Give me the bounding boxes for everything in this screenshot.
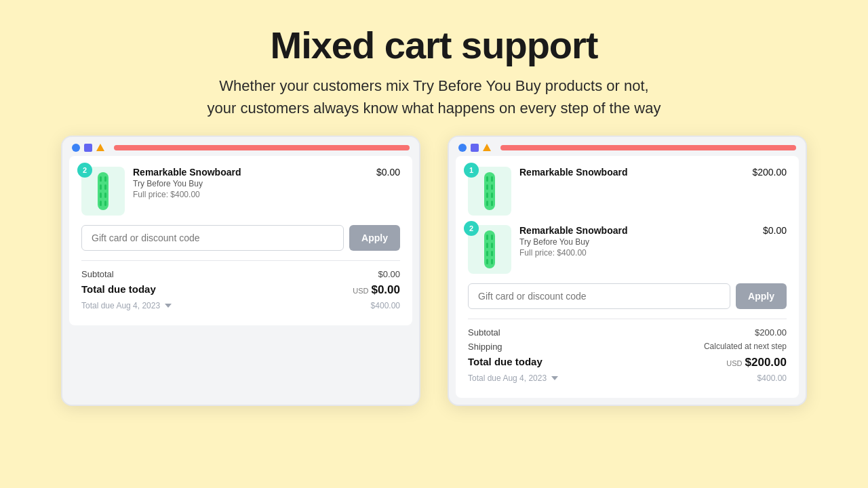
svg-rect-25 <box>486 259 488 264</box>
right-cart-item-2: 2 <box>468 225 787 274</box>
svg-rect-9 <box>484 172 495 210</box>
svg-rect-26 <box>491 259 493 264</box>
svg-rect-20 <box>491 235 493 240</box>
left-total-later-value: $400.00 <box>371 301 400 310</box>
svg-rect-0 <box>98 172 108 210</box>
right-apply-button[interactable]: Apply <box>736 283 787 309</box>
left-subtotal-value: $0.00 <box>378 269 400 279</box>
left-apply-button[interactable]: Apply <box>349 225 400 251</box>
left-browser-card: 2 <box>61 136 420 406</box>
hero-title: Mixed cart support <box>208 24 661 66</box>
left-total-today-value: $0.00 <box>371 283 400 296</box>
snowboard-image-icon <box>91 171 115 211</box>
right-snowboard1-image-icon <box>477 171 502 211</box>
right-item1-badge: 1 <box>464 163 479 178</box>
dot-blue-icon <box>72 144 80 152</box>
right-snowboard2-image-icon <box>477 229 502 270</box>
svg-rect-21 <box>486 243 488 248</box>
left-total-today-row: Total due today USD$0.00 <box>81 283 400 297</box>
right-browser-content: 1 <box>456 156 799 398</box>
left-item-badge: 2 <box>77 163 92 178</box>
left-item-row: Remarkable Snowboard Try Before You Buy … <box>133 167 400 199</box>
right-total-later-label: Total due Aug 4, 2023 <box>468 373 558 383</box>
left-item-tag: Try Before You Buy <box>133 179 370 188</box>
right-item2-details: Remarkable Snowboard Try Before You Buy … <box>519 225 756 258</box>
right-topbar <box>449 137 806 156</box>
right-total-today-label: Total due today <box>468 356 542 369</box>
right-item1-image-wrap: 1 <box>468 167 511 216</box>
svg-rect-24 <box>491 251 493 256</box>
right-subtotal-label: Subtotal <box>468 327 500 338</box>
svg-rect-22 <box>491 243 493 248</box>
svg-rect-16 <box>486 201 488 206</box>
right-discount-input[interactable] <box>468 283 730 309</box>
chevron-down-icon <box>165 304 172 308</box>
left-discount-input[interactable] <box>81 225 344 251</box>
dot-triangle-icon <box>96 144 104 151</box>
left-subtotal-row: Subtotal $0.00 <box>81 269 400 279</box>
right-dot-blue-icon <box>458 144 467 152</box>
svg-rect-23 <box>486 251 488 256</box>
svg-rect-5 <box>100 192 102 198</box>
right-item2-price: $0.00 <box>763 225 787 236</box>
hero-section: Mixed cart support Whether your customer… <box>180 0 688 136</box>
svg-rect-6 <box>104 192 106 198</box>
right-totals-section: Subtotal $200.00 Shipping Calculated at … <box>468 319 787 383</box>
right-item2-price-note: Full price: $400.00 <box>519 248 756 258</box>
right-url-bar <box>500 145 796 150</box>
left-browser-content: 2 <box>69 156 412 325</box>
left-discount-row: Apply <box>81 225 400 251</box>
left-item-name: Remarkable Snowboard <box>133 167 370 178</box>
svg-rect-2 <box>104 176 106 182</box>
left-item-details: Remarkable Snowboard Try Before You Buy … <box>133 167 370 199</box>
left-item-image-wrap: 2 <box>81 167 125 216</box>
right-subtotal-value: $200.00 <box>755 327 787 338</box>
svg-rect-7 <box>100 201 102 206</box>
left-totals-section: Subtotal $0.00 Total due today USD$0.00 … <box>81 260 400 310</box>
right-item2-name: Remarkable Snowboard <box>519 225 756 236</box>
right-item1-details: Remarkable Snowboard <box>519 167 745 178</box>
svg-rect-19 <box>486 235 488 240</box>
right-item2-tag: Try Before You Buy <box>519 237 756 247</box>
left-cart-item: 2 <box>81 167 400 216</box>
right-shipping-row: Shipping Calculated at next step <box>468 342 787 352</box>
right-total-today-value: $200.00 <box>745 356 787 369</box>
right-item1-price: $200.00 <box>752 167 787 178</box>
svg-rect-18 <box>484 230 495 268</box>
svg-rect-11 <box>491 176 493 182</box>
right-item1-name: Remarkable Snowboard <box>519 167 745 178</box>
svg-rect-15 <box>491 192 493 198</box>
left-subtotal-label: Subtotal <box>81 269 114 279</box>
left-total-today-amount: USD$0.00 <box>353 283 400 297</box>
svg-rect-8 <box>104 201 106 206</box>
dot-square-icon <box>84 144 92 152</box>
right-total-today-row: Total due today USD$200.00 <box>468 356 787 369</box>
right-subtotal-row: Subtotal $200.00 <box>468 327 787 338</box>
right-chevron-down-icon <box>551 376 558 380</box>
url-bar <box>114 145 410 150</box>
right-total-later-value: $400.00 <box>757 373 787 383</box>
svg-rect-1 <box>100 176 102 182</box>
right-shipping-label: Shipping <box>468 342 502 352</box>
svg-rect-12 <box>486 184 488 190</box>
right-browser-card: 1 <box>448 136 807 406</box>
left-item-price: $0.00 <box>376 167 400 178</box>
svg-rect-14 <box>486 192 488 198</box>
right-dot-triangle-icon <box>483 144 491 151</box>
svg-rect-3 <box>100 184 102 190</box>
right-usd-badge: USD <box>726 359 742 367</box>
left-total-today-label: Total due today <box>81 283 156 297</box>
right-cart-item-1: 1 <box>468 167 787 216</box>
right-total-later-row: Total due Aug 4, 2023 $400.00 <box>468 373 787 383</box>
svg-rect-10 <box>486 176 488 182</box>
left-total-later-row: Total due Aug 4, 2023 $400.00 <box>81 301 400 310</box>
right-total-today-amount: USD$200.00 <box>726 356 787 369</box>
left-topbar <box>62 137 419 156</box>
right-dot-square-icon <box>471 144 479 152</box>
svg-rect-13 <box>491 184 493 190</box>
cards-container: 2 <box>0 136 868 406</box>
right-discount-row: Apply <box>468 283 787 309</box>
left-item-price-note: Full price: $400.00 <box>133 190 370 199</box>
svg-rect-4 <box>104 184 106 190</box>
hero-subtitle: Whether your customers mix Try Before Yo… <box>208 75 661 119</box>
